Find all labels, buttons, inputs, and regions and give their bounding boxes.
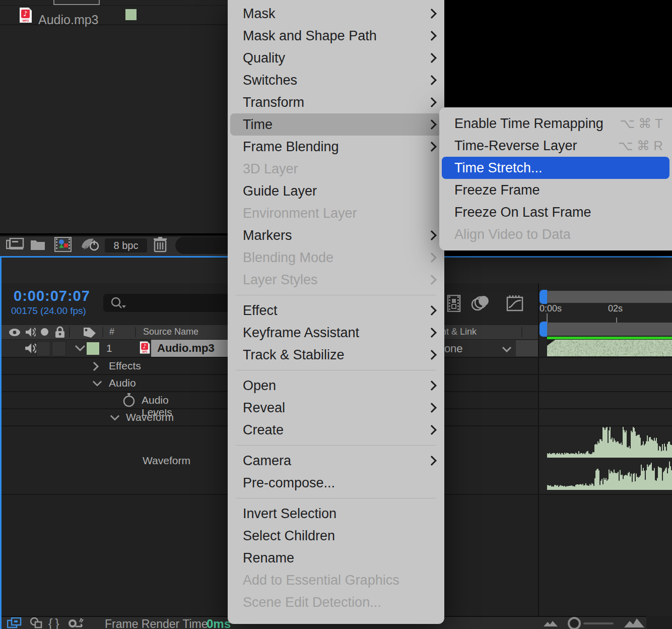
solo-column-icon[interactable]	[41, 328, 48, 336]
zoom-in-icon[interactable]	[624, 616, 645, 628]
waveform-row-label: Waveform	[143, 455, 190, 467]
chevron-right-icon[interactable]	[92, 361, 99, 371]
chevron-down-icon[interactable]	[92, 380, 102, 387]
navigator-start-handle[interactable]	[540, 290, 547, 304]
menu-item-label: Reveal	[243, 400, 423, 416]
chevron-down-icon[interactable]	[110, 414, 120, 421]
timeline-navigator-bar[interactable]	[547, 291, 672, 303]
layer-twirl-down-icon[interactable]	[75, 345, 86, 352]
zoom-slider-track[interactable]	[583, 622, 614, 624]
mp3-file-icon: ♪ MP3	[19, 7, 32, 23]
menu-separator	[236, 295, 436, 295]
current-timecode[interactable]: 0:00:07:07	[14, 288, 90, 304]
submenu-chevron-icon	[427, 53, 437, 63]
menu-item-mask-and-shape-path[interactable]: Mask and Shape Path	[228, 25, 444, 47]
menu-item-label: Time	[243, 117, 423, 133]
menu-item-time-stretch[interactable]: Time Stretch...	[442, 157, 669, 179]
lock-icon[interactable]	[55, 326, 65, 338]
menu-item-3d-layer: 3D Layer	[228, 158, 444, 180]
menu-item-label: Mask and Shape Path	[243, 28, 423, 44]
menu-item-switches[interactable]: Switches	[228, 69, 444, 91]
bit-depth-button[interactable]: 8 bpc	[105, 238, 147, 253]
menu-item-pre-compose[interactable]: Pre-compose...	[228, 472, 444, 494]
submenu-chevron-icon	[427, 31, 437, 41]
layer-lock-box[interactable]	[52, 341, 66, 356]
menu-item-label: Markers	[243, 228, 423, 243]
parent-link-header[interactable]: Parent & Link	[438, 325, 538, 340]
menu-item-label: Pre-compose...	[243, 475, 435, 491]
submenu-chevron-icon	[427, 275, 437, 285]
render-engine-icon[interactable]	[81, 237, 100, 252]
menu-item-open[interactable]: Open	[228, 374, 444, 397]
column-number[interactable]: #	[109, 327, 114, 337]
menu-item-label: Invert Selection	[243, 506, 435, 522]
menu-item-enable-time-remapping[interactable]: Enable Time Remapping⌥ ⌘ T	[439, 112, 672, 135]
layer-solo-box[interactable]	[36, 341, 50, 356]
trash-icon[interactable]	[153, 236, 168, 253]
stopwatch-icon[interactable]	[122, 393, 136, 408]
submenu-chevron-icon	[427, 119, 437, 130]
menu-item-label: Layer Styles	[243, 272, 423, 288]
menu-item-label: 3D Layer	[243, 161, 435, 177]
parent-pickwhip-cell[interactable]	[516, 340, 538, 356]
layer-audio-on-icon[interactable]	[24, 342, 36, 354]
interpret-footage-icon[interactable]	[6, 238, 24, 251]
parent-dropdown-chevron-icon[interactable]	[502, 346, 512, 352]
menu-item-guide-layer[interactable]: Guide Layer	[228, 180, 444, 202]
submenu-chevron-icon	[427, 305, 437, 316]
menu-item-reveal[interactable]: Reveal	[228, 397, 444, 419]
menu-item-label: Mask	[243, 6, 423, 22]
menu-item-freeze-frame[interactable]: Freeze Frame	[439, 179, 672, 201]
statusbar-end-cap	[646, 616, 672, 629]
work-area-bar[interactable]	[547, 323, 672, 336]
menu-item-keyframe-assistant[interactable]: Keyframe Assistant	[228, 322, 444, 344]
zoom-slider-knob[interactable]	[568, 617, 581, 629]
property-label: Audio	[109, 377, 136, 389]
waveform-left-channel	[539, 426, 672, 458]
menu-item-invert-selection[interactable]: Invert Selection	[228, 502, 444, 525]
zoom-out-icon[interactable]	[543, 619, 558, 627]
layer-label-chip[interactable]	[87, 342, 99, 355]
snail-render-icon[interactable]	[65, 618, 84, 628]
eye-icon[interactable]	[9, 328, 21, 337]
column-source-name[interactable]: Source Name	[143, 327, 198, 337]
after-effects-window: ♪ MP3 Audio.mp3	[0, 0, 672, 629]
menu-item-select-children[interactable]: Select Children	[228, 525, 444, 547]
work-area-start-handle[interactable]	[540, 322, 547, 337]
menu-item-effect[interactable]: Effect	[228, 299, 444, 322]
menu-item-mask[interactable]: Mask	[228, 3, 444, 25]
menu-item-track-stabilize[interactable]: Track & Stabilize	[228, 344, 444, 366]
menu-item-label: Blending Mode	[243, 250, 423, 266]
menu-item-camera[interactable]: Camera	[228, 450, 444, 472]
menu-separator	[236, 498, 436, 498]
draft-3d-icon[interactable]	[29, 617, 43, 628]
submenu-chevron-icon	[427, 230, 437, 240]
menu-item-label: Frame Blending	[243, 139, 423, 155]
menu-item-rename[interactable]: Rename	[228, 547, 444, 569]
label-color-chip[interactable]	[125, 9, 137, 20]
menu-item-label: Effect	[243, 303, 423, 319]
menu-item-freeze-on-last-frame[interactable]: Freeze On Last Frame	[439, 201, 672, 223]
frame-blending-icon[interactable]	[446, 295, 461, 312]
audio-column-icon[interactable]	[25, 327, 36, 338]
menu-item-markers[interactable]: Markers	[228, 224, 444, 246]
submenu-chevron-icon	[427, 403, 437, 413]
new-composition-icon[interactable]	[54, 237, 72, 252]
audio-layer-bar[interactable]	[547, 340, 672, 356]
menu-item-quality[interactable]: Quality	[228, 47, 444, 69]
menu-item-frame-blending[interactable]: Frame Blending	[228, 136, 444, 158]
project-partial-row	[53, 0, 100, 5]
submenu-chevron-icon	[427, 328, 437, 338]
menu-item-time-reverse-layer[interactable]: Time-Reverse Layer⌥ ⌘ R	[439, 135, 672, 157]
comp-flowchart-icon[interactable]	[7, 617, 22, 628]
menu-item-transform[interactable]: Transform	[228, 91, 444, 113]
new-folder-icon[interactable]	[30, 238, 45, 250]
motion-blur-icon[interactable]	[471, 295, 491, 312]
menu-item-create[interactable]: Create	[228, 419, 444, 441]
brackets-icon[interactable]: { }	[48, 616, 59, 629]
svg-text:♪: ♪	[23, 10, 28, 18]
menu-item-label: Keyframe Assistant	[243, 325, 423, 341]
label-column-icon[interactable]	[82, 326, 97, 339]
graph-editor-icon[interactable]	[506, 294, 524, 312]
menu-item-time[interactable]: Time	[230, 113, 442, 136]
